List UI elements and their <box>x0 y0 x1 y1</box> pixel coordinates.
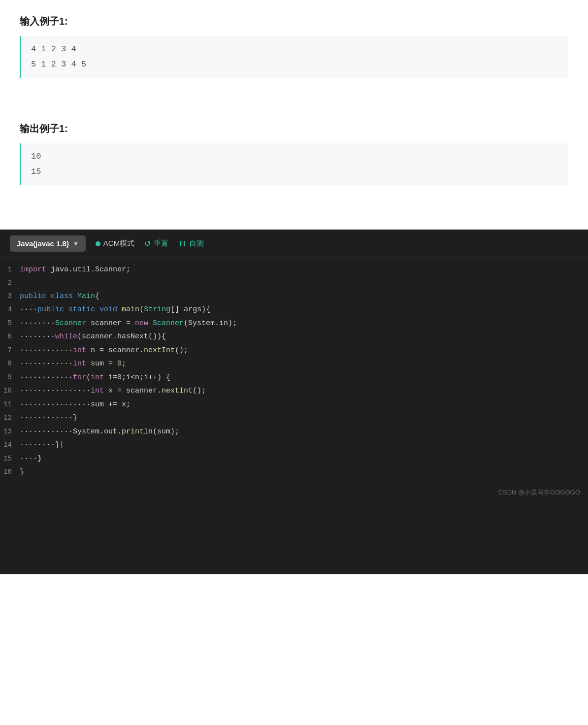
input-section: 输入例子1: 4 1 2 3 4 5 1 2 3 4 5 <box>0 0 588 93</box>
line-number: 7 <box>0 345 20 357</box>
language-selector[interactable]: Java(javac 1.8) ▼ <box>10 235 86 252</box>
line-number: 15 <box>0 453 20 465</box>
section-spacer-3 <box>0 215 588 230</box>
line-content: ········} <box>20 439 64 452</box>
code-line: 7············int n = scanner.nextInt(); <box>0 344 588 358</box>
line-number: 3 <box>0 291 20 302</box>
code-line: 14········} <box>0 438 588 452</box>
line-content: ················sum += x; <box>20 398 131 411</box>
output-title: 输出例子1: <box>20 122 568 135</box>
code-line: 9············for(int i=0;i<n;i++) { <box>0 371 588 385</box>
language-label: Java(javac 1.8) <box>17 239 69 248</box>
line-number: 14 <box>0 439 20 451</box>
code-line: 4····public static void main(String[] ar… <box>0 303 588 317</box>
line-content: ····public static void main(String[] arg… <box>20 303 210 316</box>
code-line: 1import java.util.Scanner; <box>0 263 588 277</box>
line-number: 6 <box>0 331 20 343</box>
code-editor: Java(javac 1.8) ▼ ACM模式 ↺ 重置 🖥 自测 1impor… <box>0 230 588 574</box>
line-content: ············System.out.println(sum); <box>20 426 179 438</box>
code-line: 15····} <box>0 452 588 466</box>
line-content: ········Scanner scanner = new Scanner(Sy… <box>20 317 237 330</box>
line-number: 8 <box>0 358 20 370</box>
line-content: ········while(scanner.hasNext()){ <box>20 330 166 343</box>
output-text: 10 15 <box>31 149 41 179</box>
code-line: 3public class Main{ <box>0 290 588 303</box>
code-area[interactable]: 1import java.util.Scanner;23public class… <box>0 258 588 484</box>
line-number: 10 <box>0 385 20 397</box>
line-number: 16 <box>0 466 20 478</box>
line-content: } <box>20 466 24 479</box>
line-content: ············} <box>20 412 77 425</box>
line-number: 13 <box>0 426 20 438</box>
line-number: 4 <box>0 304 20 316</box>
watermark: CSDN @小吴同学GOGOGO <box>0 484 588 501</box>
line-number: 5 <box>0 318 20 330</box>
line-number: 12 <box>0 412 20 424</box>
page-container: 输入例子1: 4 1 2 3 4 5 1 2 3 4 5 输出例子1: 10 1… <box>0 0 588 574</box>
code-line: 6········while(scanner.hasNext()){ <box>0 330 588 344</box>
mode-dot-icon <box>96 241 100 246</box>
line-content: ················int x = scanner.nextInt(… <box>20 385 206 397</box>
line-content: ············for(int i=0;i<n;i++) { <box>20 371 170 384</box>
editor-toolbar: Java(javac 1.8) ▼ ACM模式 ↺ 重置 🖥 自测 <box>0 230 588 258</box>
reset-icon: ↺ <box>144 239 151 248</box>
code-line: 8············int sum = 0; <box>0 357 588 371</box>
code-line: 11················sum += x; <box>0 398 588 412</box>
code-line: 13············System.out.println(sum); <box>0 425 588 439</box>
line-number: 2 <box>0 277 20 289</box>
section-spacer <box>0 93 588 107</box>
input-title: 输入例子1: <box>20 15 568 28</box>
code-line: 12············} <box>0 411 588 425</box>
code-line: 2 <box>0 277 588 290</box>
line-content: ············int n = scanner.nextInt(); <box>20 344 188 357</box>
mode-label: ACM模式 <box>103 239 134 248</box>
test-button[interactable]: 🖥 自测 <box>178 239 204 248</box>
test-label: 自测 <box>189 239 204 248</box>
section-spacer-2 <box>0 200 588 215</box>
line-number: 9 <box>0 372 20 384</box>
reset-button[interactable]: ↺ 重置 <box>144 239 168 248</box>
input-text: 4 1 2 3 4 5 1 2 3 4 5 <box>31 42 86 72</box>
output-content-box: 10 15 <box>20 143 568 185</box>
line-content: public class Main{ <box>20 290 99 303</box>
output-section: 输出例子1: 10 15 <box>0 107 588 200</box>
acm-mode-indicator: ACM模式 <box>96 239 134 248</box>
code-line: 5········Scanner scanner = new Scanner(S… <box>0 317 588 330</box>
reset-label: 重置 <box>154 239 168 248</box>
line-number: 11 <box>0 399 20 411</box>
code-line: 10················int x = scanner.nextIn… <box>0 384 588 398</box>
chevron-down-icon: ▼ <box>73 240 79 247</box>
line-content: ····} <box>20 453 42 465</box>
code-line: 16} <box>0 465 588 479</box>
test-icon: 🖥 <box>178 239 186 248</box>
line-number: 1 <box>0 264 20 276</box>
line-content: ············int sum = 0; <box>20 358 126 370</box>
input-content-box: 4 1 2 3 4 5 1 2 3 4 5 <box>20 36 568 78</box>
line-content: import java.util.Scanner; <box>20 264 131 276</box>
